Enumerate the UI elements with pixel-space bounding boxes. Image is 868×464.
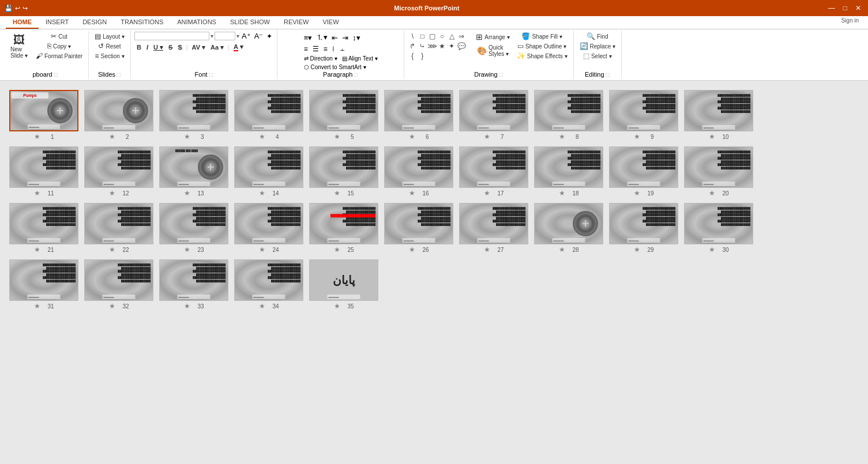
slide-thumb-6[interactable]: ████████████████████████████████████████… [384, 90, 453, 131]
shape-brace-close[interactable]: } [418, 51, 427, 61]
slide-thumb-8[interactable]: ████████████████████████████████████████… [534, 90, 603, 131]
slide-thumb-30[interactable]: ████████████████████████████████████████… [684, 203, 753, 244]
tab-insert[interactable]: INSERT [39, 16, 76, 29]
shape-chevron[interactable]: ⋙ [427, 42, 437, 51]
editing-expand[interactable]: ⬚ [606, 72, 610, 77]
align-text-btn[interactable]: ▤ Align Text ▾ [340, 55, 379, 62]
select-btn[interactable]: ⬚Select ▾ [577, 51, 618, 61]
slide-thumb-27[interactable]: ████████████████████████████████████████… [459, 203, 528, 244]
align-right-btn[interactable]: ≡ [322, 44, 329, 54]
shape-star4[interactable]: ✦ [447, 42, 456, 51]
decrease-indent-btn[interactable]: ⇤ [330, 33, 340, 43]
slide-thumb-15[interactable]: ████████████████████████████████████████… [309, 146, 378, 188]
slide-thumb-3[interactable]: ████████████████████████████████████████… [159, 90, 228, 131]
sign-in[interactable]: Sign in [837, 16, 862, 29]
tab-transitions[interactable]: TRANSITIONS [114, 16, 170, 29]
tab-home[interactable]: HOME [6, 16, 39, 29]
replace-btn[interactable]: 🔄Replace ▾ [577, 42, 618, 51]
slide-thumb-17[interactable]: ████████████████████████████████████████… [459, 146, 528, 188]
clear-format-btn[interactable]: ✦ [265, 32, 273, 40]
undo-qa-btn[interactable]: ↩ [15, 5, 20, 12]
tab-review[interactable]: REVIEW [277, 16, 315, 29]
shape-brace-open[interactable]: { [408, 51, 417, 61]
slide-thumb-19[interactable]: ████████████████████████████████████████… [609, 146, 678, 188]
slide-thumb-18[interactable]: ████████████████████████████████████████… [534, 146, 603, 188]
shape-oval[interactable]: ○ [437, 32, 446, 41]
slide-thumb-1[interactable]: Pumps▬▬▬ [9, 90, 78, 131]
slide-thumb-34[interactable]: ████████████████████████████████████████… [234, 259, 303, 301]
shape-line[interactable]: \ [408, 32, 417, 41]
underline-btn[interactable]: U ▾ [151, 43, 166, 52]
quick-styles-btn[interactable]: 🎨QuickStyles ▾ [474, 43, 512, 58]
font-size-input[interactable] [215, 32, 235, 40]
section-btn[interactable]: ≡Section ▾ [92, 51, 127, 61]
slide-thumb-33[interactable]: ████████████████████████████████████████… [159, 259, 228, 301]
slide-thumb-32[interactable]: ████████████████████████████████████████… [84, 259, 153, 301]
textshadow-btn[interactable]: S [175, 43, 184, 51]
slide-thumb-11[interactable]: ████████████████████████████████████████… [9, 146, 78, 188]
slide-thumb-20[interactable]: ████████████████████████████████████████… [684, 146, 753, 188]
find-btn[interactable]: 🔍Find [577, 32, 618, 41]
strikethrough-btn[interactable]: S [166, 43, 175, 51]
font-grow-btn[interactable]: A⁺ [241, 32, 252, 40]
tab-animations[interactable]: ANIMATIONS [170, 16, 223, 29]
close-btn[interactable]: ✕ [853, 4, 863, 12]
shape-rect[interactable]: □ [418, 32, 427, 41]
slide-thumb-10[interactable]: ████████████████████████████████████████… [684, 90, 753, 131]
text-direction-btn[interactable]: ⇌ Direction ▾ [302, 55, 339, 62]
justify-btn[interactable]: ⁞ [330, 44, 336, 54]
align-left-btn[interactable]: ≡ [302, 44, 310, 54]
slide-thumb-26[interactable]: ████████████████████████████████████████… [384, 203, 453, 244]
drawing-expand[interactable]: ⬚ [499, 72, 503, 77]
minimize-btn[interactable]: — [826, 4, 837, 12]
tab-view[interactable]: VIEW [315, 16, 345, 29]
shape-fill-btn[interactable]: 🪣Shape Fill ▾ [514, 32, 570, 41]
shape-outline-btn[interactable]: ▭Shape Outline ▾ [514, 42, 570, 51]
shape-callout[interactable]: 💬 [457, 42, 466, 51]
cut-btn[interactable]: ✂Cut [33, 32, 85, 41]
char-spacing-btn[interactable]: AV ▾ [190, 43, 208, 52]
align-center-btn[interactable]: ☰ [311, 44, 321, 54]
maximize-btn[interactable]: □ [841, 4, 850, 12]
shape-effects-btn[interactable]: ✨Shape Effects ▾ [514, 51, 570, 61]
columns-btn[interactable]: ⫠ [337, 44, 348, 54]
clipboard-expand[interactable]: ⬚ [54, 72, 58, 77]
font-shrink-btn[interactable]: A⁻ [253, 32, 265, 40]
shape-right-arrow[interactable]: ⇒ [457, 32, 466, 41]
tab-design[interactable]: DESIGN [76, 16, 114, 29]
italic-btn[interactable]: I [144, 43, 151, 51]
slide-thumb-2[interactable]: ▬▬▬ [84, 90, 153, 131]
shape-triangle[interactable]: △ [447, 32, 456, 41]
shape-star5[interactable]: ★ [437, 42, 446, 51]
slide-thumb-7[interactable]: ████████████████████████████████████████… [459, 90, 528, 131]
shape-striped-arrow[interactable]: ⤷ [418, 42, 427, 51]
slide-thumb-4[interactable]: ████████████████████████████████████████… [234, 90, 303, 131]
shape-bent-arrow[interactable]: ↱ [408, 42, 417, 51]
slide-thumb-28[interactable]: ▬▬▬ [534, 203, 603, 244]
slides-expand[interactable]: ⬚ [117, 72, 121, 77]
redo-qa-btn[interactable]: ↪ [22, 5, 28, 12]
line-spacing-btn[interactable]: ↕▾ [351, 33, 362, 43]
slide-thumb-21[interactable]: ████████████████████████████████████████… [9, 203, 78, 244]
bullets-btn[interactable]: ≡▾ [302, 33, 314, 43]
arrange-btn[interactable]: ⊞Arrange ▾ [474, 32, 512, 42]
slide-thumb-13[interactable]: ████ ███ ██████▬▬▬ [159, 146, 228, 188]
slide-thumb-16[interactable]: ████████████████████████████████████████… [384, 146, 453, 188]
slide-thumb-35[interactable]: پایان▬▬▬ [309, 259, 378, 301]
reset-btn[interactable]: ↺Reset [92, 42, 127, 51]
font-expand[interactable]: ⬚ [209, 72, 213, 77]
increase-indent-btn[interactable]: ⇥ [340, 33, 350, 43]
slide-thumb-25[interactable]: ████████████████████████████████████████… [309, 203, 378, 244]
font-color-btn[interactable]: A ▾ [231, 43, 246, 52]
change-case-btn[interactable]: Aa ▾ [208, 43, 226, 52]
layout-btn[interactable]: ▤Layout ▾ [92, 32, 127, 41]
slide-thumb-12[interactable]: ████████████████████████████████████████… [84, 146, 153, 188]
convert-smartart-btn[interactable]: ⬡ Convert to SmartArt ▾ [302, 63, 368, 71]
slide-thumb-5[interactable]: ████████████████████████████████████████… [309, 90, 378, 131]
new-slide-btn[interactable]: 🖼 NewSlide ▾ [6, 32, 32, 61]
slide-thumb-23[interactable]: ████████████████████████████████████████… [159, 203, 228, 244]
save-qa-btn[interactable]: 💾 [5, 5, 13, 12]
tab-slideshow[interactable]: SLIDE SHOW [223, 16, 277, 29]
slide-thumb-31[interactable]: ████████████████████████████████████████… [9, 259, 78, 301]
font-name-input[interactable] [134, 32, 209, 40]
